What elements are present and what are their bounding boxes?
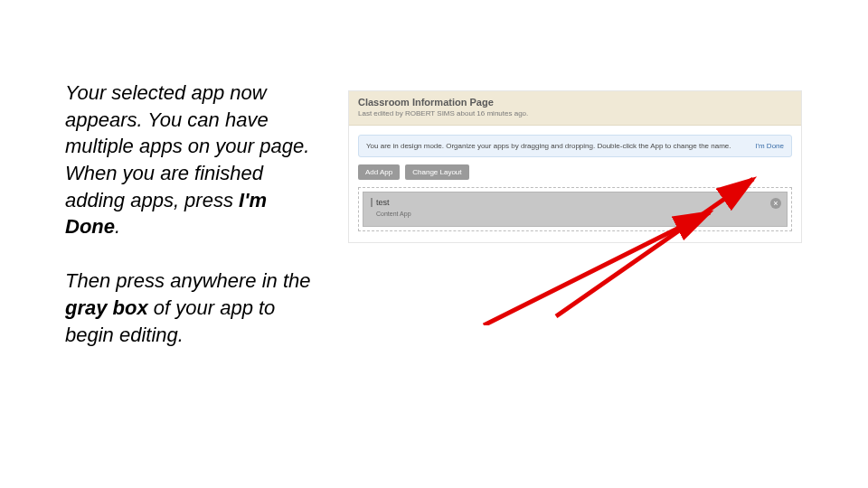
design-mode-text: You are in design mode. Organize your ap… [366, 141, 750, 151]
para2-bold: gray box [65, 296, 148, 319]
app-title: test [371, 198, 779, 207]
app-drop-zone: test Content App × [358, 187, 792, 231]
page-title: Classroom Information Page [358, 97, 792, 108]
app-type-label: Content App [371, 211, 779, 217]
instruction-text: Your selected app now appears. You can h… [65, 80, 318, 348]
toolbar: Add App Change Layout [358, 164, 792, 180]
instruction-para-1: Your selected app now appears. You can h… [65, 80, 318, 240]
app-gray-box[interactable]: test Content App × [363, 192, 788, 227]
para1-pre: Your selected app now appears. You can h… [65, 81, 309, 211]
para2-pre: Then press anywhere in the [65, 269, 311, 292]
instruction-para-2: Then press anywhere in the gray box of y… [65, 267, 318, 348]
close-icon[interactable]: × [770, 198, 781, 209]
page-header: Classroom Information Page Last edited b… [349, 91, 801, 126]
add-app-button[interactable]: Add App [358, 164, 400, 180]
para1-post: . [115, 215, 120, 238]
design-mode-banner: You are in design mode. Organize your ap… [358, 135, 792, 157]
cms-screenshot: Classroom Information Page Last edited b… [348, 90, 802, 243]
change-layout-button[interactable]: Change Layout [405, 164, 468, 180]
im-done-link[interactable]: I'm Done [755, 142, 784, 150]
page-subtitle: Last edited by ROBERT SIMS about 16 minu… [358, 109, 792, 117]
